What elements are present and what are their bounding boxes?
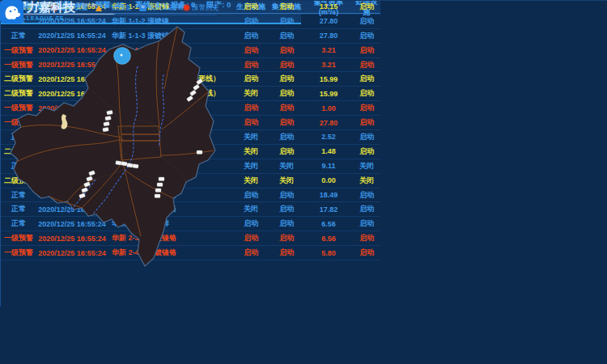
cell-treat: 启动: [353, 74, 380, 84]
cell-eff: 9.11: [304, 162, 353, 170]
cell-treat: 启动: [353, 218, 380, 229]
cell-treat: 启动: [353, 233, 380, 243]
cell-eff: 0.00: [304, 176, 353, 184]
cell-treat: 启动: [353, 16, 380, 27]
cell-prod: 启动: [233, 233, 269, 243]
cell-treat: 启动: [353, 2, 380, 12]
cell-eff: 3.21: [304, 46, 353, 54]
cell-treat: 启动: [353, 88, 380, 99]
cell-eff: 15.99: [304, 90, 353, 98]
district-outline: [11, 27, 215, 266]
cell-prod: 启动: [233, 190, 269, 201]
district-map[interactable]: [0, 0, 220, 291]
cell-treat: 启动: [353, 132, 380, 142]
cell-prod: 启动: [233, 218, 269, 229]
cell-prod: 关闭: [233, 88, 269, 99]
cell-eff: 2.52: [304, 133, 353, 141]
cell-eff: 27.80: [304, 119, 353, 127]
cell-gas: 启动: [269, 132, 304, 142]
cell-gas: 启动: [269, 16, 304, 27]
cell-treat: 启动: [353, 190, 380, 201]
cell-prod: 关闭: [233, 146, 269, 157]
cell-treat: 启动: [353, 31, 380, 41]
cell-eff: 1.48: [304, 147, 353, 155]
cell-treat: 启动: [353, 146, 380, 157]
cell-treat: 启动: [353, 204, 380, 214]
cell-prod: 启动: [233, 117, 269, 128]
cell-treat: 关闭: [353, 176, 380, 186]
cell-gas: 启动: [269, 233, 304, 243]
cell-prod: 启动: [233, 2, 269, 12]
cell-prod: 启动: [233, 45, 269, 56]
cell-gas: 启动: [269, 218, 304, 229]
cell-treat: 启动: [353, 45, 380, 56]
cell-gas: 启动: [269, 204, 304, 214]
cell-treat: 启动: [353, 117, 380, 128]
cell-gas: 启动: [269, 31, 304, 41]
cell-gas: 启动: [269, 248, 304, 258]
cell-treat: 启动: [353, 248, 380, 258]
cell-gas: 启动: [269, 190, 304, 201]
cell-treat: 关闭: [353, 161, 380, 171]
cell-gas: 关闭: [269, 161, 304, 171]
cell-gas: 启动: [269, 60, 304, 70]
cell-prod: 启动: [233, 31, 269, 41]
cell-eff: 27.80: [304, 17, 353, 25]
map-highlight-marker[interactable]: [114, 48, 131, 65]
cell-eff: 27.80: [304, 32, 353, 40]
cell-treat: 启动: [353, 60, 380, 70]
cell-prod: 启动: [233, 103, 269, 113]
cell-gas: 关闭: [269, 176, 304, 186]
cell-gas: 启动: [269, 88, 304, 99]
cell-prod: 启动: [233, 74, 269, 84]
cell-treat: 启动: [353, 103, 380, 113]
cell-eff: 6.56: [304, 220, 353, 228]
cell-prod: 启动: [233, 60, 269, 70]
cell-eff: 1.00: [304, 104, 353, 112]
cell-gas: 启动: [269, 146, 304, 157]
cell-gas: 启动: [269, 103, 304, 113]
cell-gas: 启动: [269, 117, 304, 128]
cell-eff: 3.21: [304, 61, 353, 69]
cell-eff: 17.82: [304, 205, 353, 214]
cell-eff: 15.99: [304, 75, 353, 83]
cell-gas: 启动: [269, 74, 304, 84]
cell-prod: 启动: [233, 16, 269, 27]
cell-eff: 6.56: [304, 235, 353, 243]
cell-prod: 关闭: [233, 176, 269, 186]
cell-eff: 5.80: [304, 249, 353, 257]
cell-gas: 启动: [269, 45, 304, 56]
cell-eff: 18.49: [304, 191, 353, 199]
cell-eff: 13.15: [304, 2, 353, 11]
cell-prod: 关闭: [233, 161, 269, 171]
cell-prod: 关闭: [233, 204, 269, 214]
cell-gas: 启动: [269, 2, 304, 12]
cell-prod: 启动: [233, 248, 269, 258]
cell-prod: 关闭: [233, 132, 269, 142]
